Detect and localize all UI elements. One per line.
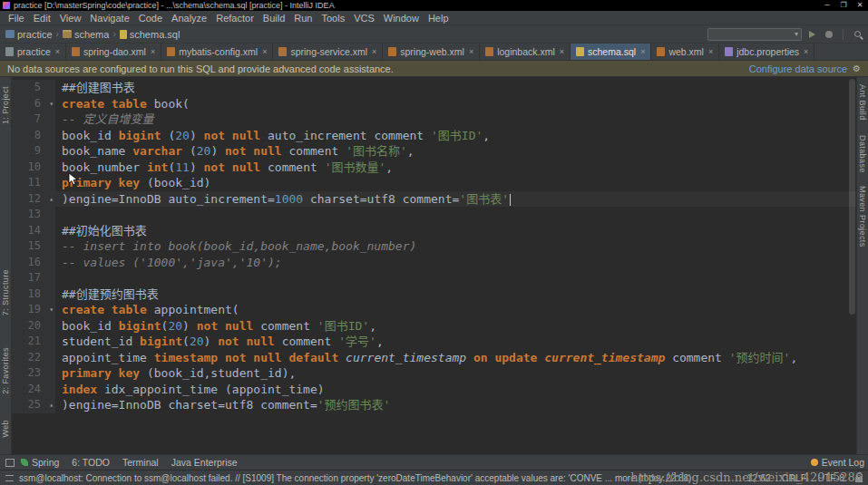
breadcrumb-item-practice[interactable]: practice (4, 29, 54, 40)
line-number[interactable]: 12▴ (12, 191, 55, 208)
code-text[interactable]: create table appointment( (55, 302, 856, 318)
menu-navigate[interactable]: Navigate (85, 13, 133, 24)
tool-stripe-button-web[interactable]: Web (1, 420, 10, 438)
tab-schema-sql[interactable]: schema.sql× (571, 44, 651, 60)
code-line-21[interactable]: 21student_id bigint(20) not null comment… (12, 334, 856, 350)
editor-scrollbar[interactable] (848, 77, 856, 454)
line-number[interactable]: 15 (12, 238, 55, 255)
code-text[interactable]: primary key (book_id,student_id), (55, 365, 856, 382)
code-text[interactable]: book_number int(11) not null comment '图书… (55, 160, 856, 176)
menu-file[interactable]: File (4, 13, 29, 24)
file-encoding[interactable]: UTF-8 (817, 472, 844, 483)
line-number[interactable]: 8 (12, 128, 55, 144)
line-number[interactable]: 14 (12, 223, 55, 239)
configure-data-source-link[interactable]: Configure data source (749, 63, 847, 74)
code-line-13[interactable]: 13 (12, 207, 856, 223)
code-line-10[interactable]: 10book_number int(11) not null comment '… (12, 160, 856, 176)
code-line-12[interactable]: 12▴)engine=InnoDB auto_increment=1000 ch… (12, 191, 856, 208)
code-line-11[interactable]: 11primary key (book_id) (12, 175, 856, 191)
code-text[interactable]: index idx_appoint_time (appoint_time) (55, 382, 856, 398)
status-message[interactable]: ssm@localhost: Connection to ssm@localho… (19, 473, 740, 483)
code-text[interactable]: book_id bigint(20) not null comment '图书I… (55, 318, 856, 335)
lock-icon[interactable] (855, 477, 863, 482)
fold-marker-icon[interactable]: ▴ (49, 397, 54, 413)
code-line-16[interactable]: 16-- values ('1000','java','10'); (12, 255, 856, 271)
tool-stripe-button-2-favorites[interactable]: 2: Favorites (1, 347, 10, 394)
status-menu-icon[interactable] (5, 475, 14, 481)
code-text[interactable]: )engine=InnoDB auto_increment=1000 chars… (55, 191, 856, 208)
toolwindow-button-java-enterprise[interactable]: Java Enterprise (171, 457, 238, 468)
close-icon[interactable]: × (708, 47, 713, 56)
code-text[interactable]: -- insert into book(book_id,book_name,bo… (55, 238, 856, 255)
close-icon[interactable]: × (469, 47, 473, 56)
fold-marker-icon[interactable]: ▴ (49, 191, 54, 208)
tool-stripe-button-ant-build[interactable]: Ant Build (858, 84, 867, 121)
run-configuration-dropdown[interactable]: ▾ (707, 28, 802, 41)
tool-stripe-button-maven-projects[interactable]: Maven Projects (858, 186, 867, 247)
menu-refactor[interactable]: Refactor (211, 13, 258, 24)
code-text[interactable]: book_name varchar (20) not null comment … (55, 143, 856, 160)
line-number[interactable]: 11 (12, 175, 55, 191)
tool-window-switcher-icon[interactable] (5, 459, 15, 467)
tool-stripe-button-database[interactable]: Database (858, 135, 867, 173)
code-line-5[interactable]: 5##创建图书表 (12, 80, 856, 96)
tab-jdbc-properties[interactable]: jdbc.properties× (719, 44, 814, 60)
code-line-14[interactable]: 14##初始化图书表 (12, 223, 856, 239)
code-text[interactable]: book_id bigint (20) not null auto_increm… (55, 128, 856, 144)
code-text[interactable]: primary key (book_id) (55, 175, 856, 191)
code-line-22[interactable]: 22appoint_time timestamp not null defaul… (12, 350, 856, 366)
fold-marker-icon[interactable]: ▾ (49, 96, 54, 112)
code-line-18[interactable]: 18##创建预约图书表 (12, 286, 856, 303)
menu-view[interactable]: View (55, 13, 86, 24)
code-line-23[interactable]: 23primary key (book_id,student_id), (12, 365, 856, 382)
close-icon[interactable]: × (560, 47, 564, 56)
line-ending[interactable]: CRLF (782, 472, 806, 483)
tab-spring-web-xml[interactable]: spring-web.xml× (383, 44, 480, 60)
breadcrumb-item-schema[interactable]: schema (61, 29, 112, 40)
code-text[interactable]: )engine=InnoDB charset=utf8 comment='预约图… (55, 397, 856, 413)
line-number[interactable]: 19▾ (12, 302, 55, 318)
menu-analyze[interactable]: Analyze (167, 13, 211, 24)
toolwindow-button-event-log[interactable]: Event Log (811, 457, 864, 468)
maximize-button[interactable]: ❐ (835, 0, 852, 11)
menu-window[interactable]: Window (379, 13, 424, 24)
code-text[interactable]: create table book( (55, 96, 856, 112)
tab-loginback-xml[interactable]: loginback.xml× (480, 44, 571, 60)
code-line-20[interactable]: 20book_id bigint(20) not null comment '图… (12, 318, 856, 335)
code-line-15[interactable]: 15-- insert into book(book_id,book_name,… (12, 238, 856, 255)
code-text[interactable]: -- 定义自增变量 (55, 112, 856, 128)
menu-vcs[interactable]: VCS (349, 13, 379, 24)
close-button[interactable]: ✕ (852, 0, 868, 11)
close-icon[interactable]: × (262, 47, 267, 56)
menu-build[interactable]: Build (258, 13, 289, 24)
sql-editor[interactable]: 5##创建图书表6▾create table book(7-- 定义自增变量8b… (12, 77, 856, 454)
titlebar[interactable]: practice [D:\masterSpring\code\practice]… (0, 0, 868, 11)
close-icon[interactable]: × (55, 47, 60, 56)
code-text[interactable]: ##初始化图书表 (55, 223, 856, 239)
line-number[interactable]: 18 (12, 286, 55, 303)
menu-tools[interactable]: Tools (317, 13, 349, 24)
scrollbar-thumb[interactable] (849, 79, 855, 315)
code-line-6[interactable]: 6▾create table book( (12, 96, 856, 112)
code-text[interactable] (55, 270, 856, 286)
line-number[interactable]: 5 (12, 80, 55, 96)
menu-run[interactable]: Run (289, 13, 317, 24)
toolwindow-button-spring[interactable]: Spring (21, 457, 59, 468)
code-line-24[interactable]: 24index idx_appoint_time (appoint_time) (12, 382, 856, 398)
close-icon[interactable]: × (640, 47, 645, 56)
line-number[interactable]: 25▴ (12, 397, 55, 413)
tab-spring-service-xml[interactable]: spring-service.xml× (273, 44, 383, 60)
search-everywhere-button[interactable] (850, 28, 864, 41)
line-number[interactable]: 6▾ (12, 96, 55, 112)
minimize-button[interactable]: ─ (819, 0, 835, 11)
tool-stripe-button-7-structure[interactable]: 7: Structure (1, 269, 10, 315)
line-number[interactable]: 16 (12, 255, 55, 271)
menu-edit[interactable]: Edit (29, 13, 55, 24)
menu-code[interactable]: Code (134, 13, 167, 24)
close-icon[interactable]: × (151, 47, 155, 56)
line-number[interactable]: 21 (12, 334, 55, 350)
tool-stripe-button-1-project[interactable]: 1: Project (1, 86, 10, 124)
fold-marker-icon[interactable]: ▾ (49, 302, 54, 318)
gear-icon[interactable]: ⚙ (853, 63, 861, 73)
toolwindow-button-6-todo[interactable]: 6: TODO (72, 457, 110, 468)
